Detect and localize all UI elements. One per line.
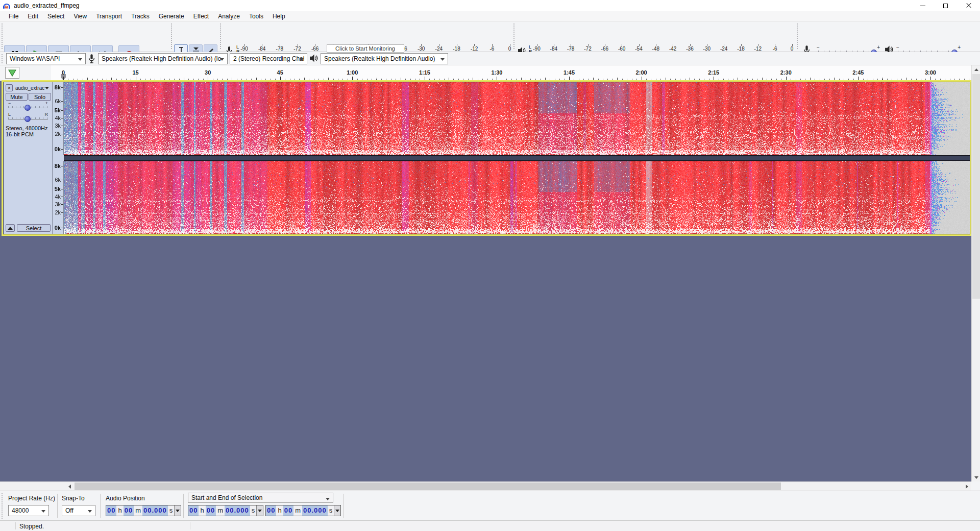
monitoring-overlay[interactable]: Click to Start Monitoring (327, 44, 404, 53)
menu-item-tools[interactable]: Tools (244, 12, 268, 21)
device-toolbar-grip[interactable] (1, 54, 4, 63)
timeline-major-tick (352, 77, 353, 80)
recording-channels-select[interactable]: 2 (Stereo) Recording Chai (230, 53, 307, 64)
mixer-toolbar-grip[interactable] (796, 23, 799, 50)
vertical-scrollbar[interactable] (971, 65, 980, 481)
timeline-major-tick (63, 77, 64, 80)
chevron-down-icon (78, 58, 82, 61)
timeline-options-button[interactable] (5, 67, 19, 79)
horizontal-scrollbar-thumb[interactable] (75, 482, 781, 490)
track-title-button[interactable]: audio_extrac (14, 84, 51, 91)
spectrogram-right-channel[interactable] (64, 161, 970, 234)
timeline-major-tick (569, 77, 570, 80)
meter-scale-number: -18 (453, 46, 460, 52)
track-workspace[interactable]: × audio_extrac Mute Solo − + L R (0, 81, 971, 481)
menu-item-help[interactable]: Help (268, 12, 290, 21)
meter-scale-number: -54 (635, 46, 642, 52)
track-info: Stereo, 48000Hz 16-bit PCM (6, 125, 48, 137)
scroll-left-button[interactable] (65, 482, 74, 491)
time-unit: h (199, 505, 205, 516)
transport-toolbar-grip[interactable] (1, 23, 4, 50)
time-field-dropdown[interactable] (256, 505, 263, 516)
timeline-major-tick (425, 77, 425, 80)
frequency-ruler-right[interactable]: 8k6k5k4k3k2k0k (53, 161, 64, 234)
vertical-scrollbar-thumb[interactable] (972, 74, 980, 299)
timeline-label-2-45: 2:45 (852, 69, 864, 76)
time-digits: 00 (106, 505, 116, 516)
pinned-play-head-icon (8, 69, 16, 77)
time-digits: 00 (283, 505, 293, 516)
snap-to-select[interactable]: Off (62, 505, 95, 516)
menu-item-view[interactable]: View (69, 12, 91, 21)
time-digits: 00 (206, 505, 216, 516)
audacity-window: audio_extracted_ffmpeg FileEditSelectVie… (0, 0, 980, 531)
collapse-arrow-icon (8, 227, 13, 230)
close-button[interactable] (957, 0, 980, 11)
audio-position-field[interactable]: 00h00m00.000s (106, 505, 181, 516)
selection-toolbar-grip[interactable] (1, 493, 4, 519)
time-field-dropdown[interactable] (174, 505, 181, 516)
scroll-down-button[interactable] (972, 473, 980, 481)
time-digits: 00 (188, 505, 199, 516)
audio-host-select[interactable]: Windows WASAPI (6, 53, 86, 64)
channel-divider (53, 155, 970, 161)
menu-item-analyze[interactable]: Analyze (213, 12, 244, 21)
minimize-button[interactable] (911, 0, 934, 11)
menu-item-transport[interactable]: Transport (91, 12, 127, 21)
selection-start-field[interactable]: 00h00m00.000s (188, 505, 263, 516)
recording-volume-min-label: − (817, 44, 820, 50)
timeline-label-1-00: 1:00 (347, 69, 358, 76)
close-track-button[interactable]: × (6, 84, 13, 91)
maximize-button[interactable] (934, 0, 957, 11)
frequency-ruler-left[interactable]: 8k6k5k4k3k2k0k (53, 82, 64, 155)
solo-button[interactable]: Solo (29, 93, 51, 101)
freq-tick (61, 204, 63, 205)
menu-item-effect[interactable]: Effect (189, 12, 213, 21)
recording-device-select[interactable]: Speakers (Realtek High Definition Audio)… (98, 53, 228, 64)
record-meter-grip[interactable] (219, 23, 222, 50)
menu-item-file[interactable]: File (4, 12, 23, 21)
gain-thumb[interactable] (24, 105, 31, 111)
timeline-medium-tick (87, 78, 88, 80)
spectrogram-left-channel[interactable] (64, 82, 970, 155)
horizontal-scrollbar[interactable] (0, 481, 971, 491)
meter-scale-number: -30 (703, 46, 710, 52)
meter-scale-number: 0 (791, 46, 794, 52)
time-unit: m (293, 505, 302, 516)
timeline-label-2-00: 2:00 (636, 69, 647, 76)
menu-item-generate[interactable]: Generate (154, 12, 189, 21)
selection-toolbar: Project Rate (Hz) 48000 Snap-To Off Audi… (0, 491, 980, 520)
meter-scale-number: -30 (418, 46, 425, 52)
menu-item-tracks[interactable]: Tracks (127, 12, 154, 21)
tools-toolbar-grip[interactable] (170, 23, 173, 50)
minimize-icon (920, 6, 925, 6)
timeline-ruler[interactable]: 01530451:001:151:301:452:002:152:302:453… (51, 65, 971, 81)
meter-scale-number: -18 (737, 46, 744, 52)
pan-thumb[interactable] (24, 116, 31, 122)
gain-slider[interactable]: − + (7, 102, 49, 111)
scroll-right-button[interactable] (963, 482, 971, 491)
timeline-major-tick (930, 77, 931, 80)
meter-scale-number: -72 (584, 46, 591, 52)
meter-scale-number: 0 (508, 46, 511, 52)
meter-scale-number: -12 (754, 46, 762, 52)
freq-tick (61, 110, 63, 111)
menu-item-select[interactable]: Select (43, 12, 69, 21)
selection-end-field[interactable]: 00h00m00.000s (265, 505, 341, 516)
playback-device-select[interactable]: Speakers (Realtek High Definition Audio) (321, 53, 448, 64)
collapse-track-button[interactable] (6, 224, 15, 232)
pan-slider[interactable]: L R (7, 113, 49, 122)
mute-button[interactable]: Mute (6, 93, 28, 101)
meter-scale-number: -90 (240, 46, 248, 52)
timeline-medium-tick (401, 78, 401, 80)
project-rate-select[interactable]: 48000 (8, 505, 49, 516)
snap-to-value: Off (65, 507, 74, 514)
scroll-up-button[interactable] (972, 65, 980, 74)
menu-item-edit[interactable]: Edit (23, 12, 43, 21)
selection-mode-select[interactable]: Start and End of Selection (188, 493, 333, 503)
track-select-button[interactable]: Select (17, 224, 51, 232)
meter-scale-number: -6 (489, 46, 494, 52)
time-field-dropdown[interactable] (334, 505, 340, 516)
timeline-medium-tick (593, 78, 594, 80)
timeline-medium-tick (232, 78, 232, 80)
